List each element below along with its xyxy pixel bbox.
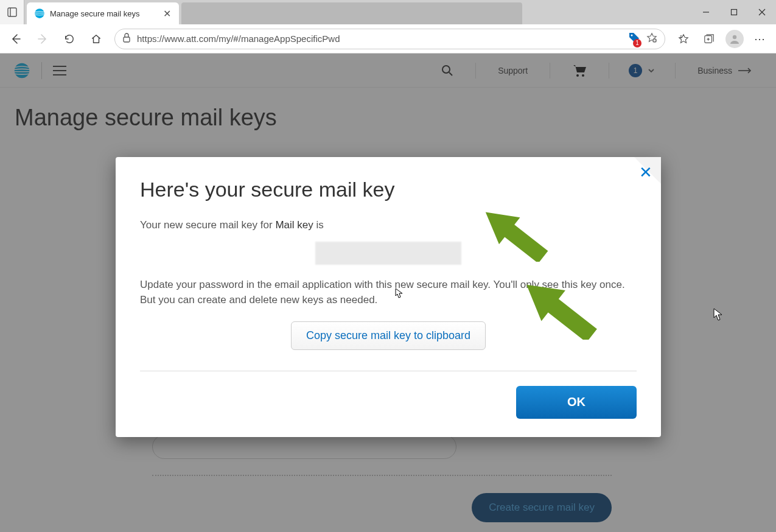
- tab-strip: Manage secure mail keys ✕: [0, 0, 776, 24]
- modal-title: Here's your secure mail key: [140, 178, 637, 201]
- modal-intro-text: Your new secure mail key for Mail key is: [140, 217, 637, 233]
- shopping-count: 1: [633, 39, 641, 47]
- svg-rect-7: [124, 37, 130, 42]
- browser-chrome: Manage secure mail keys ✕ https://www.at…: [0, 0, 776, 54]
- collections-button[interactable]: [697, 27, 721, 51]
- ellipsis-icon: ⋯: [754, 32, 766, 46]
- refresh-icon: [64, 33, 75, 44]
- window-controls: [692, 0, 776, 24]
- star-icon: [678, 33, 689, 44]
- window-maximize-button[interactable]: [720, 0, 748, 24]
- annotation-arrow-key: [467, 201, 559, 262]
- arrow-left-icon: [10, 33, 22, 45]
- ok-button[interactable]: OK: [516, 386, 637, 419]
- star-add-icon: [646, 32, 657, 43]
- tab-panel-icon: [7, 7, 17, 17]
- annotation-arrow-copy: [505, 273, 609, 340]
- shopping-indicator[interactable]: 1: [628, 32, 640, 46]
- svg-rect-0: [8, 8, 16, 16]
- svg-rect-4: [732, 10, 737, 15]
- window-close-button[interactable]: [748, 0, 776, 24]
- tab-inactive-redacted[interactable]: [181, 2, 522, 24]
- profile-button[interactable]: [722, 27, 747, 51]
- favorites-button[interactable]: [671, 27, 696, 51]
- browser-toolbar: https://www.att.com/my/#/manageAppSpecif…: [0, 24, 776, 54]
- tab-close-button[interactable]: ✕: [162, 9, 172, 18]
- refresh-button[interactable]: [57, 27, 82, 51]
- secure-mail-key-value-redacted: [315, 242, 461, 265]
- modal-close-button[interactable]: ✕: [639, 163, 652, 182]
- att-favicon: [34, 8, 45, 19]
- svg-point-11: [733, 35, 736, 38]
- toolbar-right-icons: ⋯: [671, 27, 772, 51]
- home-button[interactable]: [84, 27, 108, 51]
- forward-button[interactable]: [30, 27, 55, 51]
- svg-point-8: [631, 34, 633, 36]
- tab-actions-button[interactable]: [0, 0, 24, 24]
- secure-mail-key-modal: ✕ Here's your secure mail key Your new s…: [116, 157, 661, 437]
- page-viewport: Support 1 Business Manage secure mail ke…: [0, 54, 776, 532]
- avatar-icon: [725, 30, 744, 48]
- address-bar[interactable]: https://www.att.com/my/#/manageAppSpecif…: [114, 29, 665, 49]
- url-text: https://www.att.com/my/#/manageAppSpecif…: [137, 33, 622, 44]
- copy-key-button[interactable]: Copy secure mail key to clipboard: [291, 321, 486, 350]
- favorite-button[interactable]: [646, 32, 657, 46]
- modal-divider: [140, 371, 637, 371]
- browser-tab-active[interactable]: Manage secure mail keys ✕: [27, 2, 179, 24]
- arrow-right-icon: [37, 33, 49, 45]
- more-button[interactable]: ⋯: [748, 27, 772, 51]
- back-button[interactable]: [4, 27, 28, 51]
- tab-title: Manage secure mail keys: [50, 9, 157, 18]
- collections-icon: [704, 33, 715, 44]
- home-icon: [91, 33, 102, 44]
- window-minimize-button[interactable]: [692, 0, 720, 24]
- lock-icon: [122, 33, 131, 45]
